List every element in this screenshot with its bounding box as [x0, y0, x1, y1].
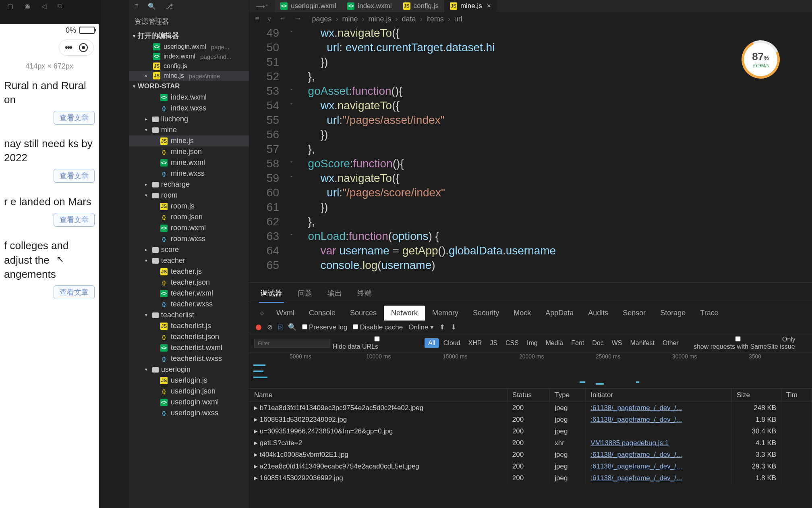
- clear-icon[interactable]: ⊘: [267, 323, 273, 331]
- filter-input[interactable]: [254, 339, 329, 348]
- network-row[interactable]: ▸ a21ea8c0fd1f413490ecabc9754e2acad0cdL5…: [249, 460, 812, 472]
- view-article-button[interactable]: 查看文章: [54, 285, 95, 299]
- folder-liucheng[interactable]: ▸liucheng: [129, 114, 249, 125]
- file-item[interactable]: userlogin.json: [129, 386, 249, 397]
- back-icon[interactable]: ◁: [41, 2, 46, 10]
- file-item[interactable]: teacherlist.wxss: [129, 353, 249, 364]
- column-tim[interactable]: Tim: [781, 389, 812, 402]
- branch-icon[interactable]: ⎇: [166, 2, 173, 10]
- upload-icon[interactable]: ⬆: [439, 323, 445, 331]
- file-item[interactable]: room.wxss: [129, 233, 249, 244]
- outline-icon[interactable]: ≡: [255, 15, 259, 23]
- file-item[interactable]: index.wxss: [129, 103, 249, 114]
- column-name[interactable]: Name: [249, 389, 507, 402]
- samesite-checkbox[interactable]: Only show requests with SameSite issue: [694, 336, 807, 350]
- code-editor[interactable]: 4950515253545556575859606162636465 ˅˅˅˅˅…: [249, 26, 812, 282]
- file-item[interactable]: <>room.wxml: [129, 223, 249, 233]
- filter-chip-all[interactable]: All: [425, 338, 439, 348]
- file-item[interactable]: <>teacher.wxml: [129, 288, 249, 299]
- preserve-log-checkbox[interactable]: Preserve log: [302, 323, 347, 331]
- open-editor-item[interactable]: <>index.wxmlpages\ind...: [129, 52, 249, 61]
- bookmark-icon[interactable]: ▿: [267, 15, 271, 23]
- open-editor-item[interactable]: ×JSmine.jspages\mine: [129, 71, 249, 81]
- file-item[interactable]: teacherlist.json: [129, 331, 249, 342]
- throttle-select[interactable]: Online ▾: [408, 323, 434, 331]
- file-item[interactable]: teacher.json: [129, 277, 249, 288]
- file-item[interactable]: <>userlogin.wxml: [129, 397, 249, 408]
- tab-config.js[interactable]: JSconfig.js: [398, 0, 444, 12]
- breadcrumb-item[interactable]: url: [454, 15, 462, 23]
- devtab-console[interactable]: Console: [302, 306, 343, 321]
- tab-userlogin.wxml[interactable]: <>userlogin.wxml: [275, 0, 342, 12]
- file-item[interactable]: JSteacher.js: [129, 266, 249, 277]
- breadcrumb-item[interactable]: data: [402, 15, 416, 23]
- folder-room[interactable]: ▾room: [129, 190, 249, 201]
- file-item[interactable]: userlogin.wxss: [129, 408, 249, 418]
- view-article-button[interactable]: 查看文章: [54, 213, 95, 227]
- network-timeline[interactable]: 5000 ms10000 ms15000 ms20000 ms25000 ms3…: [249, 352, 812, 389]
- network-row[interactable]: ▸ getLS?cate=2200xhrVM13885 pagedebug.js…: [249, 437, 812, 449]
- network-row[interactable]: ▸ b71ea8d3fd1f413409ec3pc9754e2ac5d0c2f4…: [249, 402, 812, 414]
- column-status[interactable]: Status: [507, 389, 549, 402]
- breadcrumb-item[interactable]: mine: [342, 15, 358, 23]
- filter-chip-xhr[interactable]: XHR: [465, 338, 486, 348]
- folder-mine[interactable]: ▾mine: [129, 125, 249, 135]
- panel-tab-调试器[interactable]: 调试器: [259, 286, 284, 303]
- list-icon[interactable]: ≡: [135, 2, 138, 10]
- file-item[interactable]: mine.wxss: [129, 168, 249, 179]
- column-size[interactable]: Size: [731, 389, 781, 402]
- file-item[interactable]: <>teacherlist.wxml: [129, 342, 249, 353]
- breadcrumb-item[interactable]: mine.js: [369, 15, 392, 23]
- inspect-icon[interactable]: ⟐: [255, 306, 269, 321]
- devtab-sources[interactable]: Sources: [343, 306, 384, 321]
- network-row[interactable]: ▸ 1608514530292036992.jpg200jpeg:61138/_…: [249, 472, 812, 484]
- folder-teacherlist[interactable]: ▾teacherlist: [129, 310, 249, 321]
- file-item[interactable]: JSteacherlist.js: [129, 321, 249, 331]
- search-icon[interactable]: 🔍: [288, 323, 296, 331]
- disable-cache-checkbox[interactable]: Disable cache: [353, 323, 403, 331]
- tab-add-icon[interactable]: ⟶⁺: [256, 2, 268, 10]
- project-header[interactable]: ▾WORD-STAR: [129, 81, 249, 92]
- windows-icon[interactable]: ⧉: [58, 2, 62, 10]
- filter-chip-img[interactable]: Img: [523, 338, 541, 348]
- panel-tab-终端[interactable]: 终端: [356, 286, 373, 303]
- devtab-sensor[interactable]: Sensor: [615, 306, 653, 321]
- file-item[interactable]: teacher.wxss: [129, 299, 249, 310]
- filter-chip-js[interactable]: JS: [486, 338, 501, 348]
- filter-chip-font[interactable]: Font: [568, 338, 588, 348]
- devtab-security[interactable]: Security: [466, 306, 506, 321]
- folder-teacher[interactable]: ▾teacher: [129, 255, 249, 266]
- file-item[interactable]: room.json: [129, 212, 249, 223]
- panel-tab-输出[interactable]: 输出: [326, 286, 344, 303]
- view-article-button[interactable]: 查看文章: [54, 169, 95, 183]
- filter-chip-manifest[interactable]: Manifest: [626, 338, 658, 348]
- folder-userlogin[interactable]: ▾userlogin: [129, 364, 249, 375]
- filter-chip-ws[interactable]: WS: [608, 338, 626, 348]
- devtab-wxml[interactable]: Wxml: [269, 306, 302, 321]
- device-icon[interactable]: ▢: [7, 2, 13, 10]
- open-editors-header[interactable]: ▾打开的编辑器: [129, 29, 249, 42]
- file-item[interactable]: JSmine.js: [129, 135, 249, 146]
- devtab-storage[interactable]: Storage: [653, 306, 693, 321]
- file-item[interactable]: mine.json: [129, 146, 249, 157]
- network-row[interactable]: ▸ t404k1c0008a5vbmf02E1.jpg200jpeg:61138…: [249, 449, 812, 460]
- open-editor-item[interactable]: <>userlogin.wxmlpage...: [129, 42, 249, 52]
- devtab-trace[interactable]: Trace: [693, 306, 725, 321]
- filter-chip-css[interactable]: CSS: [502, 338, 522, 348]
- search-icon[interactable]: 🔍: [148, 2, 156, 10]
- breadcrumb-item[interactable]: items: [427, 15, 444, 23]
- hide-urls-checkbox[interactable]: Hide data URLs: [333, 336, 421, 350]
- record-icon[interactable]: [256, 325, 261, 330]
- view-article-button[interactable]: 查看文章: [54, 111, 95, 125]
- filter-chip-media[interactable]: Media: [542, 338, 567, 348]
- devtab-appdata[interactable]: AppData: [538, 306, 581, 321]
- breadcrumb-item[interactable]: pages: [312, 15, 332, 23]
- devtab-network[interactable]: Network: [384, 306, 425, 321]
- panel-tab-问题[interactable]: 问题: [296, 286, 314, 303]
- folder-recharge[interactable]: ▸recharge: [129, 179, 249, 190]
- column-type[interactable]: Type: [550, 389, 586, 402]
- column-initiator[interactable]: Initiator: [586, 389, 732, 402]
- capsule[interactable]: •••: [59, 40, 94, 56]
- open-editor-item[interactable]: JSconfig.js: [129, 61, 249, 71]
- filter-chip-other[interactable]: Other: [659, 338, 682, 348]
